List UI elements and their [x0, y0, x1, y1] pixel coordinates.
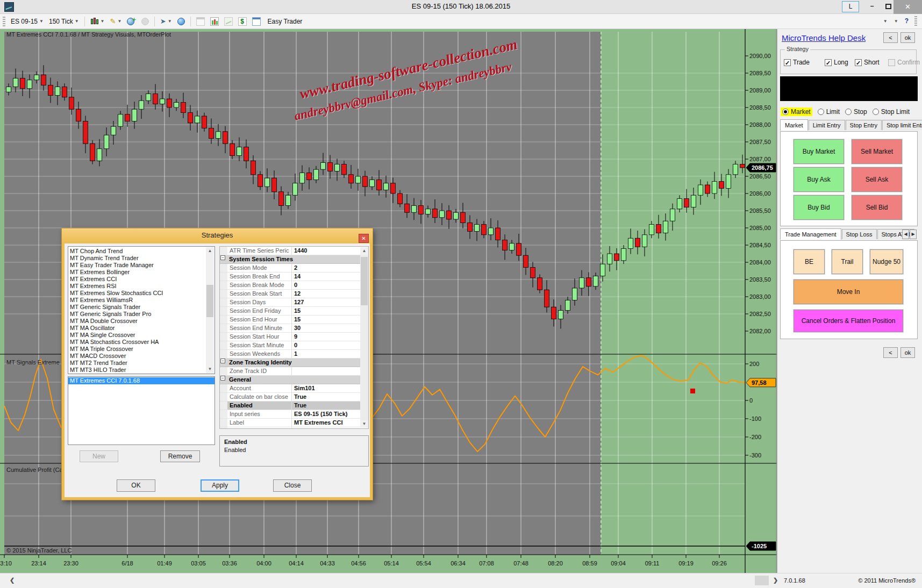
be-button[interactable]: BE	[794, 249, 825, 274]
strategy-list-item[interactable]: MT Dynamic Trend Trader	[70, 255, 206, 262]
market-analyzer-button[interactable]	[208, 16, 221, 27]
property-row[interactable]: Session Break End14	[220, 273, 368, 281]
trail-button[interactable]: Trail	[832, 249, 863, 274]
scroll-thumb[interactable]	[361, 257, 368, 305]
strategy-list-item[interactable]: MT Generic Signals Trader Pro	[70, 311, 206, 318]
checkbox-icon[interactable]	[888, 59, 895, 66]
apply-button[interactable]: Apply	[201, 479, 239, 492]
help-desk-link[interactable]: MicroTrends Help Desk	[782, 33, 866, 42]
checkbox-short[interactable]: ✓Short	[855, 59, 880, 66]
property-value[interactable]: 12	[292, 290, 368, 298]
property-group-row[interactable]: −General	[220, 376, 368, 384]
panel-back-button[interactable]: <	[883, 32, 898, 43]
nudge-50-button[interactable]: Nudge 50	[870, 249, 903, 274]
data-grid-button[interactable]	[250, 16, 263, 27]
sell-market-button[interactable]: Sell Market	[852, 139, 902, 164]
scroll-thumb[interactable]	[206, 285, 213, 317]
collapse-icon[interactable]: −	[220, 358, 225, 363]
chart-style-button[interactable]: ▼	[88, 16, 107, 27]
property-grid[interactable]: ATR Time Series Peric1440−System Session…	[219, 246, 369, 429]
scroll-left-icon[interactable]: ❮	[10, 577, 15, 584]
strategy-list-item[interactable]: MT MT2 Trend Trader	[70, 360, 206, 367]
panel2-back-button[interactable]: <	[883, 347, 898, 358]
property-row[interactable]: Session Start Hour9	[220, 333, 368, 341]
property-value[interactable]: True	[292, 393, 368, 401]
active-strategy-item[interactable]: MT Extremes CCI 7.0.1.68	[68, 377, 215, 384]
strategy-list-item[interactable]: MT MA Stochastics Crossover HA	[70, 339, 206, 346]
property-value[interactable]: True	[292, 401, 368, 410]
checkbox-confirm[interactable]: Confirm	[888, 59, 920, 66]
property-value[interactable]: 127	[292, 298, 368, 306]
property-value[interactable]: 1440	[292, 247, 368, 255]
tab-stop-entry[interactable]: Stop Entry	[846, 120, 882, 130]
strategy-list-item[interactable]: MT MA Single Crossover	[70, 332, 206, 339]
order-type-market[interactable]: Market	[781, 107, 812, 116]
property-row[interactable]: Session Break Start12	[220, 290, 368, 298]
tab-market[interactable]: Market	[780, 119, 808, 131]
strategy-list-item[interactable]: MT Generic Signals Trader	[70, 304, 206, 311]
strategy-list-item[interactable]: MT Extremes RSI	[70, 283, 206, 290]
scroll-up-icon[interactable]: ▲	[206, 247, 214, 255]
window-layout-button[interactable]	[194, 16, 207, 27]
sell-ask-button[interactable]: Sell Ask	[852, 167, 902, 192]
strategy-list-item[interactable]: MT Extremes Bollinger	[70, 269, 206, 276]
add-indicator-button[interactable]: +	[125, 17, 138, 26]
tab-stop-loss[interactable]: Stop Loss	[842, 229, 877, 239]
buy-ask-button[interactable]: Buy Ask	[794, 167, 844, 192]
scroll-right-icon[interactable]: ❯	[773, 577, 778, 584]
close-dialog-button[interactable]: Close	[273, 479, 312, 492]
property-row[interactable]: Session End Friday15	[220, 307, 368, 315]
strategy-list-item[interactable]: MT MA Triple Crossover	[70, 346, 206, 353]
property-value[interactable]	[292, 367, 368, 375]
property-value[interactable]: MT Extremes CCI	[292, 419, 368, 427]
property-row[interactable]: Session End Minute30	[220, 324, 368, 333]
strategy-list-item[interactable]: MT Chop And Trend	[70, 248, 206, 255]
panel-grip[interactable]	[914, 16, 917, 26]
collapse-icon[interactable]: −	[220, 376, 225, 381]
chart-snapshot-button[interactable]	[222, 16, 235, 27]
tab-scroll-left-icon[interactable]: ◀	[902, 230, 909, 239]
help-button[interactable]: ?	[905, 17, 909, 25]
strategy-list-item[interactable]: MT Extremes WilliamsR	[70, 297, 206, 304]
minimize-button[interactable]: –	[864, 1, 880, 12]
property-value[interactable]: 0	[292, 341, 368, 349]
checkbox-long[interactable]: ✓Long	[825, 59, 848, 66]
property-value[interactable]: Sim101	[292, 384, 368, 392]
property-value[interactable]: 1	[292, 350, 368, 358]
radio-icon[interactable]	[845, 109, 852, 115]
property-row[interactable]: Session Mode2	[220, 264, 368, 273]
property-row[interactable]: Session Weekends1	[220, 350, 368, 358]
move-in-button[interactable]: Move In	[794, 279, 903, 304]
list-scrollbar[interactable]: ▲ ▼	[206, 247, 214, 373]
order-type-limit[interactable]: Limit	[818, 108, 840, 116]
strategy-list-item[interactable]: MT MA Double Crossover	[70, 318, 206, 325]
checkbox-icon[interactable]: ✓	[784, 59, 791, 66]
property-row[interactable]: Calculate on bar closeTrue	[220, 393, 368, 401]
dialog-close-icon[interactable]: ✕	[359, 234, 369, 243]
cancel-flatten-button[interactable]: Cancel Orders & Flatten Position	[794, 310, 903, 332]
tab-scroll-right-icon[interactable]: ▶	[910, 230, 917, 239]
order-type-stop-limit[interactable]: Stop Limit	[873, 108, 910, 116]
buy-bid-button[interactable]: Buy Bid	[794, 195, 844, 220]
property-value[interactable]: 15	[292, 315, 368, 324]
ok-button[interactable]: OK	[117, 479, 155, 492]
draw-tool-button[interactable]: ✎ ▼	[108, 16, 124, 26]
property-value[interactable]: ES 09-15 (150 Tick)	[292, 410, 368, 418]
strategy-list-item[interactable]: MT Extremes Slow Stochastics CCI	[70, 290, 206, 297]
cursor-tool-button[interactable]: ➤ ▼	[158, 16, 174, 26]
zoom-tool-button[interactable]	[175, 17, 187, 26]
property-row[interactable]: EnabledTrue	[220, 401, 368, 410]
strategy-list-item[interactable]: MT Easy Trader Trade Manager	[70, 262, 206, 269]
property-value[interactable]: 0	[292, 281, 368, 289]
property-row[interactable]: LabelMT Extremes CCI	[220, 419, 368, 427]
grid-scrollbar[interactable]: ▲ ▼	[360, 247, 368, 428]
new-button[interactable]: New	[80, 450, 118, 462]
checkbox-icon[interactable]: ✓	[855, 59, 862, 66]
strategy-list-item[interactable]: MT MT3 HILO Trader	[70, 367, 206, 374]
checkbox-trade[interactable]: ✓Trade	[784, 59, 810, 66]
panel-ok-button[interactable]: ok	[900, 32, 915, 43]
scroll-down-icon[interactable]: ▼	[360, 420, 368, 428]
close-button[interactable]: ✕	[894, 0, 922, 14]
radio-icon[interactable]	[873, 109, 879, 115]
property-row[interactable]: Input seriesES 09-15 (150 Tick)	[220, 410, 368, 419]
